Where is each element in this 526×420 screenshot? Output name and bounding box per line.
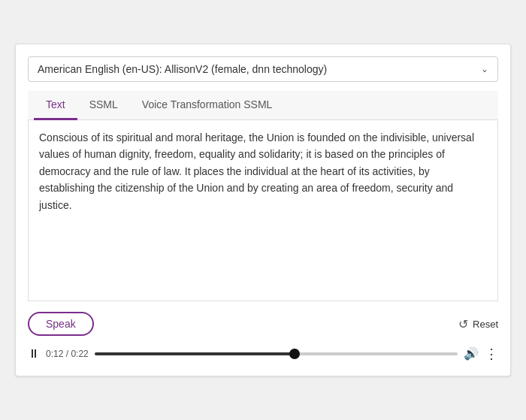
text-content-area[interactable]: Conscious of its spiritual and moral her…	[29, 120, 497, 301]
tab-text[interactable]: Text	[34, 91, 77, 120]
current-time: 0:12	[46, 349, 63, 359]
progress-fill	[95, 352, 295, 355]
main-container: American English (en-US): AllisonV2 (fem…	[15, 44, 511, 376]
more-options-icon[interactable]: ⋮	[485, 347, 498, 361]
tab-voice-transformation-ssml[interactable]: Voice Transformation SSML	[130, 91, 285, 120]
tab-bar: Text SSML Voice Transformation SSML	[28, 91, 498, 120]
pause-icon[interactable]: ⏸	[28, 347, 40, 361]
total-time: 0:22	[71, 349, 88, 359]
chevron-down-icon: ⌄	[481, 64, 488, 74]
speak-button[interactable]: Speak	[28, 312, 94, 336]
audio-player: ⏸ 0:12 / 0:22 🔊 ⋮	[28, 343, 498, 364]
voice-selector-label: American English (en-US): AllisonV2 (fem…	[38, 63, 327, 75]
voice-selector-dropdown[interactable]: American English (en-US): AllisonV2 (fem…	[28, 56, 498, 82]
reset-area[interactable]: ↺ Reset	[458, 317, 498, 331]
reset-label: Reset	[473, 319, 498, 330]
progress-knob	[289, 349, 300, 359]
bottom-controls: Speak ↺ Reset	[28, 312, 498, 336]
progress-bar[interactable]	[95, 352, 458, 355]
time-display: 0:12 / 0:22	[46, 349, 89, 359]
text-content: Conscious of its spiritual and moral her…	[39, 129, 487, 213]
reset-icon: ↺	[458, 317, 468, 331]
tab-ssml[interactable]: SSML	[77, 91, 130, 120]
text-panel: Conscious of its spiritual and moral her…	[28, 120, 498, 301]
volume-icon[interactable]: 🔊	[464, 346, 479, 361]
